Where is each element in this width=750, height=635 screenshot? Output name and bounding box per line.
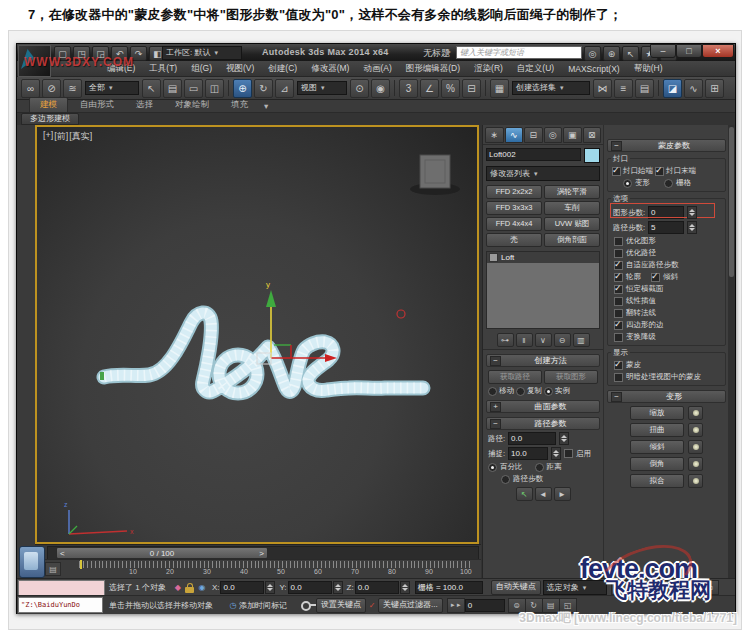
close-button[interactable]: × — [702, 44, 734, 58]
viewport-menu-pov[interactable]: [前] — [54, 130, 68, 143]
search-input[interactable]: 键入关键字或短语 — [456, 46, 582, 59]
checkbox-linear-interpolation[interactable] — [614, 297, 623, 306]
bevel-lightbulb-icon[interactable] — [688, 457, 703, 471]
snap-toggle-icon[interactable]: 3 — [399, 79, 418, 98]
tab-motion-icon[interactable]: ◎ — [544, 127, 563, 143]
keyboard-override-icon[interactable]: ▦ — [490, 79, 509, 98]
select-move-icon[interactable]: ⊕ — [233, 79, 252, 98]
make-unique-icon[interactable]: ∨ — [535, 333, 552, 347]
mirror-icon[interactable]: ⋈ — [593, 79, 612, 98]
named-selection-dropdown[interactable]: 创建选择集 ▾ — [512, 81, 590, 95]
modifier-stack[interactable]: Loft — [486, 251, 600, 329]
radio-move[interactable] — [488, 387, 497, 396]
panel-scrollbar[interactable] — [728, 125, 735, 578]
crossing-icon[interactable]: ◫ — [205, 79, 224, 98]
deform-scale-button[interactable]: 缩放 — [630, 406, 684, 420]
snap-spinner[interactable] — [551, 447, 561, 460]
menu-views[interactable]: 视图(V) — [220, 61, 260, 77]
checkbox-flip-normals[interactable] — [614, 309, 623, 318]
frame-forward-icon[interactable]: > — [259, 549, 264, 558]
percent-snap-icon[interactable]: % — [441, 79, 460, 98]
rollout-deformations[interactable]: − 变形 — [607, 390, 726, 403]
viewport-menu-general[interactable]: [+] — [43, 130, 53, 143]
time-slider-track[interactable]: < 0 / 100 > — [47, 546, 479, 560]
show-end-result-icon[interactable]: ‖ — [516, 333, 533, 347]
checkbox-banking[interactable] — [651, 273, 660, 282]
x-spinner[interactable] — [265, 581, 275, 594]
curve-editor-icon[interactable]: ∿ — [684, 79, 703, 98]
select-scale-icon[interactable]: ⊿ — [275, 79, 294, 98]
next-shape-icon[interactable]: ► — [554, 487, 571, 501]
isolate-toggle-icon[interactable]: ◆ — [172, 582, 184, 594]
viewport-menu-shading[interactable]: [真实] — [69, 130, 92, 143]
layer-manager-icon[interactable]: ▤ — [635, 79, 654, 98]
menu-graph-editors[interactable]: 图形编辑器(D) — [400, 61, 466, 77]
checkbox-cap-end[interactable] — [655, 167, 664, 176]
modifier-button-ffd2[interactable]: FFD 2x2x2 — [486, 185, 542, 199]
menu-tools[interactable]: 工具(T) — [143, 61, 183, 77]
menu-animation[interactable]: 动画(A) — [357, 61, 397, 77]
radio-grid[interactable] — [664, 179, 673, 188]
rollout-surface-params[interactable]: + 曲面参数 — [486, 400, 600, 413]
path-value-field[interactable]: 0.0 — [508, 432, 556, 445]
key-filters-button[interactable]: 关键点过滤器... — [378, 598, 443, 613]
radio-instance[interactable] — [544, 387, 553, 396]
deform-twist-button[interactable]: 扭曲 — [630, 423, 684, 437]
deform-bevel-button[interactable]: 倒角 — [630, 457, 684, 471]
trackb ar-toggle-icon[interactable]: ▤ — [45, 562, 61, 576]
minimize-button[interactable]: – — [650, 44, 676, 58]
tab-modify-icon[interactable]: ∿ — [505, 127, 524, 143]
rollout-creation-method[interactable]: − 创建方法 — [486, 354, 600, 367]
modifier-button-ffd4[interactable]: FFD 4x4x4 — [486, 217, 542, 231]
y-coord-field[interactable]: 0.0 — [288, 581, 332, 594]
subtab-polygon-modeling[interactable]: 多边形建模 — [21, 113, 79, 125]
path-spinner[interactable] — [559, 432, 569, 445]
unlink-icon[interactable]: ⊘ — [42, 79, 61, 98]
checkbox-skin[interactable] — [614, 361, 623, 370]
spinner-snap-icon[interactable]: ⊟ — [462, 79, 481, 98]
select-by-name-icon[interactable]: ▤ — [163, 79, 182, 98]
menu-maxscript[interactable]: MAXScript(X) — [562, 62, 625, 76]
menu-rendering[interactable]: 渲染(R) — [468, 61, 509, 77]
configure-modifier-sets-icon[interactable]: ▥ — [573, 333, 590, 347]
rollout-skin-params[interactable]: − 蒙皮参数 — [607, 139, 726, 152]
rollout-path-params[interactable]: − 路径参数 — [486, 417, 600, 430]
use-pivot-icon[interactable]: ⊙ — [350, 79, 369, 98]
object-name-field[interactable]: Loft002 — [486, 148, 581, 161]
shape-steps-field[interactable]: 0 — [648, 206, 684, 219]
remove-modifier-icon[interactable]: ⊖ — [554, 333, 571, 347]
tab-display-icon[interactable]: ▣ — [563, 127, 582, 143]
z-coord-field[interactable]: 0.0 — [355, 581, 399, 594]
radio-morph[interactable] — [623, 179, 632, 188]
checkbox-quad-sides[interactable] — [614, 321, 623, 330]
pick-shape-icon[interactable]: ↖ — [516, 487, 533, 501]
ribbon-tab-freeform[interactable]: 自由形式 — [70, 98, 124, 112]
y-spinner[interactable] — [333, 581, 343, 594]
menu-modifiers[interactable]: 修改器(M) — [305, 61, 355, 77]
modifier-button-ffd3[interactable]: FFD 3x3x3 — [486, 201, 542, 215]
shape-steps-spinner[interactable] — [687, 206, 697, 219]
viewport[interactable]: [+] [前] [真实] — [35, 125, 479, 544]
radio-distance[interactable] — [535, 463, 544, 472]
auto-key-button[interactable]: 自动关键点 — [491, 580, 541, 595]
bind-spacewarp-icon[interactable]: ≋ — [63, 79, 82, 98]
select-manipulate-icon[interactable]: ◉ — [371, 79, 390, 98]
viewport-canvas[interactable]: y z — [37, 127, 477, 542]
frame-back-icon[interactable]: < — [60, 549, 65, 558]
modifier-button-lathe[interactable]: 车削 — [544, 201, 600, 215]
add-time-tag[interactable]: 添加时间标记 — [239, 600, 287, 611]
select-link-icon[interactable]: ∞ — [21, 79, 40, 98]
ribbon-tab-selection[interactable]: 选择 — [126, 98, 163, 112]
tab-utilities-icon[interactable]: ⊠ — [583, 127, 602, 143]
track-bar[interactable]: 10 20 30 40 50 60 70 80 90 100 — [35, 559, 481, 579]
set-key-icon[interactable] — [301, 600, 316, 610]
mini-curve-editor-button[interactable] — [19, 546, 45, 578]
tab-create-icon[interactable]: ∗ — [485, 127, 504, 143]
scrollbar-handle[interactable] — [729, 127, 734, 277]
infocenter-cursor-icon[interactable]: ↖ — [622, 46, 639, 61]
checkbox-optimize-path[interactable] — [614, 249, 623, 258]
rect-region-icon[interactable]: ▭ — [184, 79, 203, 98]
checkbox-enable[interactable] — [564, 449, 573, 458]
search-flyout-icon[interactable]: ▸ — [447, 47, 451, 56]
next-frame-icon[interactable]: ►► — [447, 598, 465, 613]
